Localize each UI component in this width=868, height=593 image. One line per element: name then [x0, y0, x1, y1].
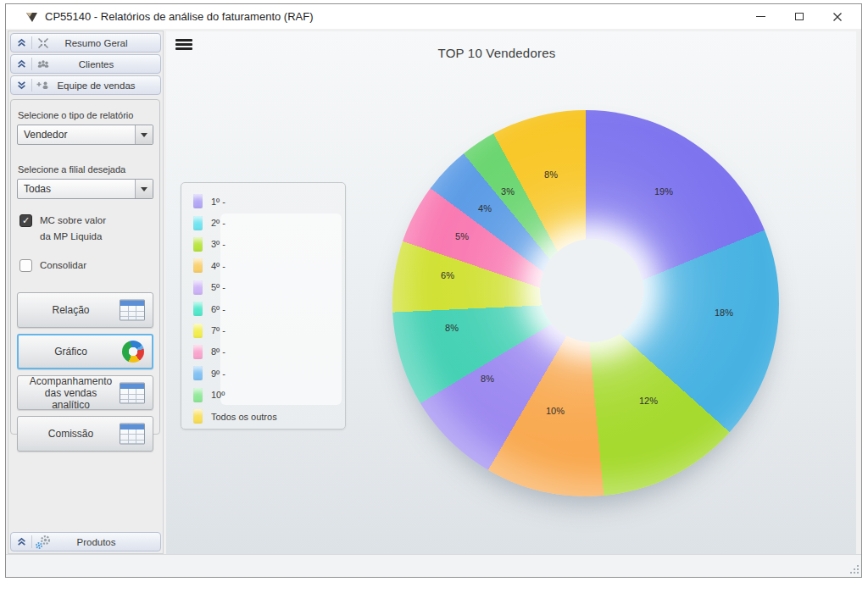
maximize-icon [795, 13, 804, 20]
report-type-select[interactable]: Vendedor [17, 125, 153, 145]
sidebar-section-equipe-de-vendas[interactable]: Equipe de vendas [10, 75, 161, 95]
collapse-arrows-icon [32, 37, 54, 49]
add-person-icon [32, 80, 54, 91]
sidebar-section-produtos[interactable]: Produtos [10, 532, 161, 551]
close-icon [832, 12, 843, 22]
legend-item: 7º - [193, 319, 345, 341]
branch-label: Selecione a filial desejada [18, 164, 153, 175]
title-bar: CP55140 - Relatórios de análise do fatur… [6, 4, 861, 29]
legend-swatch-icon [193, 409, 203, 424]
mc-checkbox-label: MC sobre valor da MP Liquida [40, 213, 106, 245]
table-icon [120, 300, 145, 321]
slice-percent-label: 6% [441, 270, 454, 280]
legend-label: Todos os outros [211, 412, 277, 422]
legend-item: 9º - [193, 363, 345, 384]
legend-label: 10º [211, 390, 225, 400]
slice-percent-label: 8% [544, 169, 558, 180]
chevron-double-down-icon [11, 79, 32, 91]
legend-swatch-icon [193, 258, 203, 273]
legend-item: 1º - [193, 191, 345, 212]
sidebar: Resumo Geral Clientes [8, 30, 164, 554]
dropdown-arrow-icon[interactable] [135, 180, 153, 198]
legend-swatch-icon [193, 366, 203, 380]
minimize-icon [756, 16, 765, 18]
slice-percent-label: 12% [639, 396, 658, 406]
slice-percent-label: 3% [501, 186, 515, 197]
legend-label: 3º - [211, 239, 225, 249]
desktop-background: CP55140 - Relatórios de análise do fatur… [0, 0, 868, 593]
dropdown-arrow-icon[interactable] [135, 125, 153, 144]
branch-value: Todas [18, 183, 135, 195]
chevron-double-up-icon [11, 36, 32, 49]
slice-percent-label: 8% [445, 323, 459, 333]
legend-item: 10º [193, 385, 345, 406]
sidebar-section-label: Resumo Geral [54, 38, 160, 48]
legend-item: 8º - [193, 341, 345, 363]
legend-label: 2º - [211, 218, 225, 228]
legend-swatch-icon [193, 280, 203, 295]
legend-items: 1º -2º -3º -4º -5º -6º -7º -8º -9º -10ºT… [181, 183, 345, 429]
slice-percent-label: 5% [455, 231, 469, 241]
sidebar-section-resumo-geral[interactable]: Resumo Geral [10, 33, 161, 53]
legend-label: 9º - [211, 369, 225, 379]
legend-swatch-icon [193, 216, 203, 230]
donut-chart: 19%18%12%10%8%8%6%5%4%3%8% [392, 110, 779, 496]
legend-item: 2º - [193, 212, 345, 233]
window-controls [742, 4, 856, 29]
chevron-double-up-icon [11, 535, 32, 548]
sidebar-section-label: Equipe de vendas [54, 80, 160, 91]
legend-swatch-icon [193, 388, 203, 402]
chart-panel: TOP 10 Vendedores 1º -2º -3º -4º -5º -6º… [166, 31, 856, 554]
slice-percent-label: 18% [715, 308, 733, 318]
chart-legend: 1º -2º -3º -4º -5º -6º -7º -8º -9º -10ºT… [181, 182, 346, 430]
legend-swatch-icon [193, 324, 203, 338]
window-title: CP55140 - Relatórios de análise do fatur… [45, 10, 314, 23]
close-button[interactable] [818, 4, 856, 29]
grafico-button[interactable]: Gráfico [17, 334, 153, 369]
legend-label: 8º - [211, 346, 225, 357]
consolidar-checkbox-label: Consolidar [40, 258, 86, 274]
legend-item: 6º - [193, 298, 345, 319]
mc-checkbox-row[interactable]: MC sobre valor da MP Liquida [19, 213, 153, 245]
sidebar-section-clientes[interactable]: Clientes [10, 54, 161, 74]
legend-swatch-icon [193, 237, 203, 252]
mc-checkbox[interactable] [19, 214, 32, 227]
legend-label: 1º - [211, 197, 225, 207]
legend-item: Todos os outros [193, 406, 345, 427]
consolidar-checkbox[interactable] [19, 259, 32, 272]
consolidar-checkbox-row[interactable]: Consolidar [19, 258, 153, 274]
resize-grip-icon[interactable] [849, 563, 859, 574]
legend-label: 5º - [211, 282, 225, 292]
legend-label: 4º - [211, 261, 225, 271]
table-icon [120, 424, 145, 445]
report-type-value: Vendedor [18, 129, 135, 141]
comissao-button[interactable]: Comissão [17, 416, 153, 452]
chart-title: TOP 10 Vendedores [166, 46, 827, 60]
legend-label: 6º - [211, 304, 225, 314]
legend-item: 3º - [193, 234, 345, 255]
legend-item: 5º - [193, 277, 345, 298]
maximize-button[interactable] [780, 4, 818, 29]
legend-swatch-icon [193, 345, 203, 359]
acompanhamento-button[interactable]: Acompanhamento das vendas analítico [17, 375, 153, 410]
status-bar [6, 554, 861, 577]
people-icon [32, 59, 54, 69]
report-options-panel: Selecione o tipo de relatório Vendedor S… [10, 99, 160, 435]
legend-swatch-icon [193, 194, 203, 208]
minimize-button[interactable] [742, 4, 780, 29]
donut-chart-icon [122, 341, 144, 363]
slice-percent-label: 19% [654, 186, 673, 197]
app-icon [25, 10, 39, 24]
table-icon [120, 382, 145, 403]
slice-percent-label: 10% [546, 406, 565, 416]
app-window: CP55140 - Relatórios de análise do fatur… [5, 3, 862, 578]
report-type-label: Selecione o tipo de relatório [18, 110, 153, 120]
sidebar-section-label: Clientes [54, 59, 160, 69]
branch-select[interactable]: Todas [17, 179, 153, 199]
relacao-button[interactable]: Relação [17, 292, 153, 328]
donut-hole [540, 239, 643, 342]
legend-label: 7º - [211, 325, 225, 335]
sidebar-section-label: Produtos [54, 537, 160, 547]
gears-icon [32, 535, 54, 550]
legend-swatch-icon [193, 302, 203, 316]
